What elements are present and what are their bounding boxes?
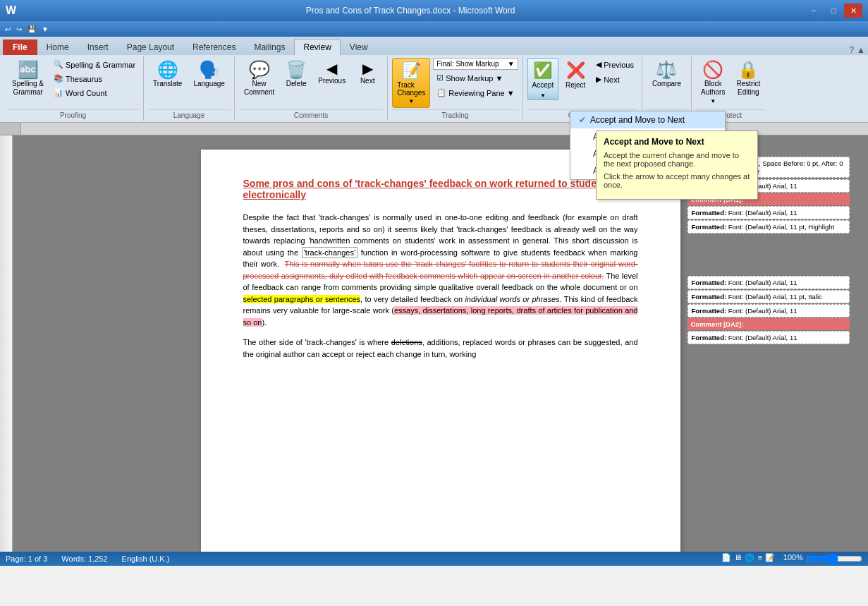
web-layout-button[interactable]: 🌐 <box>745 553 754 564</box>
paragraph-1: Despite the fact that 'track-changes' is… <box>243 212 638 328</box>
next-change-button[interactable]: ▶ Next <box>592 73 637 86</box>
show-markup-dropdown[interactable]: Final: Show Markup ▼ <box>433 58 518 70</box>
title-bar: W Pros and Cons of Track Changes.docx - … <box>0 0 868 21</box>
tab-references[interactable]: References <box>183 39 245 55</box>
tab-view[interactable]: View <box>341 39 377 55</box>
ribbon-content: 🔤 Spelling &Grammar 🔍 Spelling & Grammar… <box>0 55 868 122</box>
word-count-icon: 📊 <box>54 88 63 97</box>
protect-items: 🚫 BlockAuthors ▼ 🔒 RestrictEditing <box>696 58 765 108</box>
tab-insert[interactable]: Insert <box>78 39 118 55</box>
tracking-label: Tracking <box>392 109 518 119</box>
track-changes-icon: 📝 <box>402 61 421 80</box>
block-authors-button[interactable]: 🚫 BlockAuthors ▼ <box>696 58 730 108</box>
accept-split-button[interactable]: ✅ Accept ▼ <box>527 58 559 100</box>
language-icon: 🗣️ <box>199 61 220 78</box>
draft-view-button[interactable]: 📝 <box>765 553 775 564</box>
word-logo: W <box>6 4 16 17</box>
reviewing-pane-button[interactable]: 📋 Reviewing Pane ▼ <box>433 86 518 99</box>
compare-button[interactable]: ⚖️ Compare <box>647 58 686 92</box>
window-controls: − □ ✕ <box>805 4 862 18</box>
paragraph-2: The other side of 'track-changes' is whe… <box>243 337 638 360</box>
language-label: Language <box>148 109 230 119</box>
previous-change-button[interactable]: ◀ Previous <box>592 58 637 71</box>
reject-icon: ❌ <box>566 61 585 80</box>
view-controls: 📄 🖥 🌐 ≡ 📝 100% <box>721 553 862 564</box>
minimize-button[interactable]: − <box>805 4 823 18</box>
delete-icon: 🗑️ <box>286 61 307 78</box>
word-count-button[interactable]: 📊 Word Count <box>50 86 139 99</box>
tooltip-line1: Accept the current change and move to th… <box>604 151 750 168</box>
full-screen-button[interactable]: 🖥 <box>734 553 742 564</box>
proofing-items: 🔤 Spelling &Grammar 🔍 Spelling & Grammar… <box>7 58 139 108</box>
ruler-corner <box>0 123 21 135</box>
block-authors-dropdown-icon: ▼ <box>710 98 716 104</box>
zoom-slider[interactable] <box>806 553 862 564</box>
accept-dropdown-button[interactable]: ▼ <box>527 92 559 100</box>
track-changes-button[interactable]: 📝 TrackChanges ▼ <box>392 58 430 108</box>
tab-mailings[interactable]: Mailings <box>245 39 294 55</box>
previous-icon: ◀ <box>596 60 601 69</box>
quick-access-toolbar: ↩ ↪ 💾 ▼ <box>0 21 868 37</box>
comments-label: Comments <box>239 109 383 119</box>
previous-comment-button[interactable]: ◀ Previous <box>313 58 350 89</box>
customize-qat-button[interactable]: ▼ <box>39 24 51 35</box>
reviewing-pane-chevron-icon: ▼ <box>507 89 515 97</box>
thesaurus-button[interactable]: 📚 Thesaurus <box>50 72 139 85</box>
restrict-editing-icon: 🔒 <box>738 61 759 78</box>
language-button[interactable]: 🗣️ Language <box>188 58 230 92</box>
comment-formatted-7: Formatted: Font: (Default) Arial, 11 <box>687 304 850 317</box>
para1-highlight-yellow: selected paragraphs or sentences <box>243 295 361 303</box>
ribbon-tabs: File Home Insert Page Layout References … <box>0 37 868 55</box>
spelling-grammar-button[interactable]: 🔤 Spelling &Grammar <box>7 58 49 100</box>
group-tracking: 📝 TrackChanges ▼ Final: Show Markup ▼ ☑ … <box>388 56 522 121</box>
accept-icon: ✅ <box>533 61 552 80</box>
tab-page-layout[interactable]: Page Layout <box>118 39 183 55</box>
accept-button-top[interactable]: ✅ Accept <box>527 58 559 92</box>
maximize-button[interactable]: □ <box>824 4 843 18</box>
show-markup-button[interactable]: ☑ Show Markup ▼ <box>433 71 518 85</box>
reviewing-pane-icon: 📋 <box>436 88 446 97</box>
tooltip-line2: Click the arrow to accept many changes a… <box>604 172 750 189</box>
group-proofing: 🔤 Spelling &Grammar 🔍 Spelling & Grammar… <box>3 56 144 121</box>
tab-home[interactable]: Home <box>37 39 78 55</box>
next-icon: ▶ <box>596 75 601 84</box>
comments-items: 💬 NewComment 🗑️ Delete ◀ Previous ▶ Next <box>239 58 383 108</box>
translate-button[interactable]: 🌐 Translate <box>148 58 187 92</box>
status-bar: Page: 1 of 3 Words: 1,252 English (U.K.)… <box>0 552 868 566</box>
redo-button[interactable]: ↪ <box>14 24 24 35</box>
delete-comment-button[interactable]: 🗑️ Delete <box>281 58 312 92</box>
comment-formatted-5: Formatted: Font: (Default) Arial, 11 <box>687 276 850 289</box>
accept-and-move-item[interactable]: ✔ Accept and Move to Next <box>570 111 725 128</box>
ribbon-minimize-button[interactable]: ▲ <box>857 45 865 55</box>
close-button[interactable]: ✕ <box>844 4 862 18</box>
comment-formatted-8: Formatted: Font: (Default) Arial, 11 <box>687 331 850 344</box>
next-comment-button[interactable]: ▶ Next <box>352 58 383 89</box>
language-indicator: English (U.K.) <box>122 555 170 563</box>
tab-review[interactable]: Review <box>294 39 340 55</box>
show-markup-icon: ☑ <box>436 73 444 83</box>
proofing-small-buttons: 🔍 Spelling & Grammar 📚 Thesaurus 📊 Word … <box>50 58 139 99</box>
language-items: 🌐 Translate 🗣️ Language <box>148 58 230 108</box>
compare-icon: ⚖️ <box>656 61 677 78</box>
document-title: Some pros and cons of 'track-changes' fe… <box>243 178 638 200</box>
chevron-down-icon: ▼ <box>508 60 515 68</box>
reject-button[interactable]: ❌ Reject <box>560 58 591 92</box>
help-button[interactable]: ? <box>849 45 854 55</box>
title-bar-left: W <box>6 4 16 17</box>
tab-file[interactable]: File <box>3 40 37 55</box>
changes-nav: ◀ Previous ▶ Next <box>592 58 637 86</box>
comment-formatted-6: Formatted: Font: (Default) Arial, 11 pt,… <box>687 290 850 303</box>
show-markup-chevron-icon: ▼ <box>495 74 503 83</box>
window-title: Pros and Cons of Track Changes.docx - Mi… <box>16 6 805 16</box>
next-comment-icon: ▶ <box>362 61 373 75</box>
save-button[interactable]: 💾 <box>25 24 38 35</box>
new-comment-button[interactable]: 💬 NewComment <box>239 58 279 100</box>
restrict-editing-button[interactable]: 🔒 RestrictEditing <box>731 58 765 100</box>
undo-button[interactable]: ↩ <box>3 24 13 35</box>
print-layout-button[interactable]: 📄 <box>721 553 731 564</box>
tooltip-title: Accept and Move to Next <box>604 137 750 147</box>
spelling-icon: 🔤 <box>18 61 39 78</box>
outline-view-button[interactable]: ≡ <box>757 553 762 564</box>
group-comments: 💬 NewComment 🗑️ Delete ◀ Previous ▶ Next… <box>235 56 388 121</box>
research-button[interactable]: 🔍 Spelling & Grammar <box>50 58 139 71</box>
